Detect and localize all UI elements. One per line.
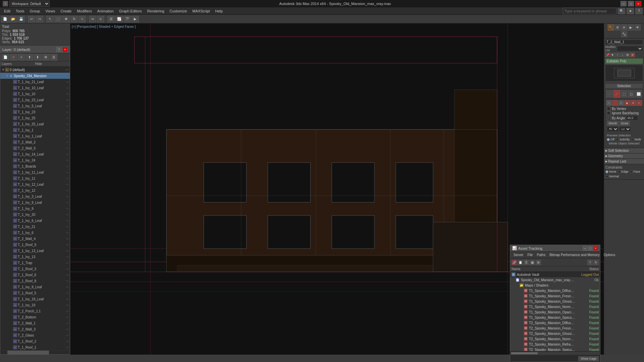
at-row[interactable]: 🏛 Autodesk Vault Logged Out <box>510 272 600 277</box>
menu-maxscript[interactable]: MAXScript <box>190 8 213 14</box>
config-btn[interactable]: ⚙ <box>625 53 630 57</box>
menu-graph-editors[interactable]: Graph Editors <box>116 8 145 14</box>
layer-item[interactable]: • T_1_Ivy_3_Leaf ═ <box>0 193 70 199</box>
by-angle-checkbox[interactable] <box>607 116 610 120</box>
layer-item[interactable]: ▼ L 0 (default) — <box>0 67 70 73</box>
ignore-backfacing-checkbox[interactable] <box>607 111 610 115</box>
at-refresh-btn[interactable]: ↻ <box>593 260 599 265</box>
layer-item[interactable]: • T_1_Ivy_25_Leaf ═ <box>0 121 70 127</box>
layer-item[interactable]: • T_2_Wall_5 ═ <box>0 145 70 151</box>
sel-x-btn[interactable]: ✕ <box>631 100 636 106</box>
menu-customize[interactable]: Customize <box>167 8 190 14</box>
curve-editor[interactable]: 📈 <box>115 16 123 22</box>
at-row[interactable]: 🖼 T2_Spooky_Mansion_Glossiness.png Found <box>510 331 600 336</box>
layer-item[interactable]: • T_1_Ivy_1 ═ <box>0 127 70 133</box>
layer-item[interactable]: • T_2_Wall_2 ═ <box>0 139 70 145</box>
pin-button[interactable]: 📌 <box>605 53 610 57</box>
layer-item[interactable]: • T_1_Ivy_11 ═ <box>0 175 70 181</box>
layer-list[interactable]: ▼ L 0 (default) — ▼ O Spooky_Old_Mansion… <box>0 67 70 350</box>
menu-views[interactable]: Views <box>43 8 58 14</box>
layer-item[interactable]: • T_2_Porch_1.1 ═ <box>0 308 70 314</box>
shrink-button[interactable]: Shrink <box>607 121 619 126</box>
motion-btn[interactable]: ▶ <box>628 24 634 31</box>
layer-item[interactable]: • T_1_Ivy_13_Leaf ═ <box>0 248 70 254</box>
at-btn3[interactable]: ☰ <box>524 260 529 265</box>
layer-item[interactable]: • T_1_Ivy_23_Leaf ═ <box>0 97 70 103</box>
right-content[interactable]: Selection · ／ ⬚ ◻ ⬜ ○ · □ ■ ✕ ✓ <box>604 82 644 355</box>
at-menu-server[interactable]: Server <box>512 253 525 257</box>
at-row[interactable]: 🖼 T1_Spooky_Mansion_Fresnel.png Found <box>510 293 600 299</box>
layer-item[interactable]: • T_1_Roof_5 ═ <box>0 290 70 296</box>
move-up-btn[interactable]: ↑ <box>615 53 620 57</box>
layer-item[interactable]: • T_1_Roof_9 ═ <box>0 242 70 248</box>
menu-create[interactable]: Create <box>58 8 74 14</box>
layer-item[interactable]: • T_1_Roof_1 ═ <box>0 344 70 350</box>
at-btn1[interactable]: 🔗 <box>512 260 517 265</box>
search-options[interactable]: ★ <box>627 8 634 14</box>
layer-item[interactable]: • T_1_Ivy_8_Leaf ═ <box>0 284 70 290</box>
constraint-none[interactable]: None <box>605 170 616 173</box>
edit-geometry-header[interactable]: Geometry <box>604 154 644 159</box>
create-panel-btn[interactable]: 🔨 <box>608 24 614 31</box>
at-titlebar[interactable]: 📊 Asset Tracking ─ □ ✕ <box>510 245 600 252</box>
undo-button[interactable]: ↩ <box>28 16 35 22</box>
angle-input[interactable] <box>626 116 638 120</box>
menu-tools[interactable]: Tools <box>13 8 27 14</box>
modify-panel-btn[interactable]: ⚙ <box>614 24 621 31</box>
layer-item[interactable]: • T_2_Glass ═ <box>0 332 70 338</box>
at-menu-file[interactable]: File <box>525 253 535 257</box>
align-button[interactable]: ≡ <box>97 16 104 22</box>
search-input[interactable] <box>563 8 616 14</box>
at-maximize-btn[interactable]: □ <box>588 246 593 251</box>
layer-add-button[interactable]: + <box>18 54 25 61</box>
layer-move-up[interactable]: ⬆ <box>26 54 33 61</box>
by-vertex-checkbox[interactable] <box>607 107 610 111</box>
layer-item[interactable]: • T_1_Trap ═ <box>0 260 70 266</box>
layer-item[interactable]: • T_2_Wall_4 ═ <box>0 236 70 242</box>
sel-check-btn[interactable]: ✓ <box>637 100 642 106</box>
at-row[interactable]: 🖼 T2_Spooky_Mansion_Refract.png Found <box>510 342 600 347</box>
sel-dot-btn[interactable]: · <box>612 100 618 106</box>
at-table-body[interactable]: 🏛 Autodesk Vault Logged Out 📄 Spooky_Old… <box>510 272 600 351</box>
vertex-icon-btn[interactable]: · <box>606 90 613 98</box>
utilities-btn[interactable]: 🔧 <box>621 31 627 37</box>
at-help-btn[interactable]: ? <box>587 260 593 265</box>
layer-item[interactable]: • T_1_Roof_6 ═ <box>0 272 70 278</box>
layer-item[interactable]: • T_1_Ivy_20 ═ <box>0 212 70 218</box>
layer-move-down[interactable]: ⬇ <box>34 54 41 61</box>
select-button[interactable]: ↖ <box>46 16 54 22</box>
at-row[interactable]: 🖼 T2_Spooky_Mansion_Normal.png Found <box>510 336 600 342</box>
ring-dropdown[interactable]: Ring <box>607 126 619 132</box>
layer-item[interactable]: • T_1_Ivy_9_Leaf ═ <box>0 199 70 205</box>
sel-square-btn[interactable]: □ <box>619 100 624 106</box>
layer-item[interactable]: • T_1_Ivy_10_Leaf ═ <box>0 85 70 91</box>
layer-new-button[interactable]: 📄 <box>2 54 9 61</box>
modifier-list-dropdown[interactable] <box>617 46 643 51</box>
at-btn2[interactable]: 📋 <box>518 260 523 265</box>
loop-dropdown[interactable]: Loop <box>619 126 631 132</box>
at-row[interactable]: 🖼 T2_Spooky_Mansion_Diffuse.png Found <box>510 320 600 325</box>
render-setup[interactable]: 🎬 <box>123 16 131 22</box>
menu-animation[interactable]: Animation <box>95 8 116 14</box>
layer-item[interactable]: • T_2_Wall_3 ═ <box>0 326 70 332</box>
move-down-btn[interactable]: ↓ <box>620 53 625 57</box>
element-icon-btn[interactable]: ⬜ <box>635 90 642 98</box>
at-row[interactable]: 📄 Spooky_Old_Mansion_max_vray.max Ok <box>510 277 600 283</box>
at-row[interactable]: 🖼 T1_Spooky_Mansion_Diffuse.png Found <box>510 288 600 293</box>
at-row[interactable]: 🖼 T1_Spooky_Mansion_Normal.png Found <box>510 304 600 309</box>
save-button[interactable]: 💾 <box>17 16 25 22</box>
at-btn4[interactable]: ▦ <box>530 260 535 265</box>
repeat-last-header[interactable]: Repeat Last <box>604 159 644 164</box>
layer-close-button[interactable]: ✕ <box>62 47 68 52</box>
constraint-face[interactable]: Face <box>630 170 640 173</box>
filter-button[interactable]: ▼ <box>610 53 615 57</box>
grow-button[interactable]: Grow <box>620 121 630 126</box>
menu-help[interactable]: Help <box>213 8 226 14</box>
polygon-icon-btn[interactable]: ◻ <box>628 90 635 98</box>
layer-item[interactable]: • T_1_Roof_2 ═ <box>0 338 70 344</box>
minimize-button[interactable]: ─ <box>621 1 627 6</box>
selection-title[interactable]: Selection <box>605 84 643 88</box>
help-button[interactable]: ? <box>635 8 643 14</box>
menu-rendering[interactable]: Rendering <box>145 8 167 14</box>
layer-manager[interactable]: ☰ <box>107 16 115 22</box>
